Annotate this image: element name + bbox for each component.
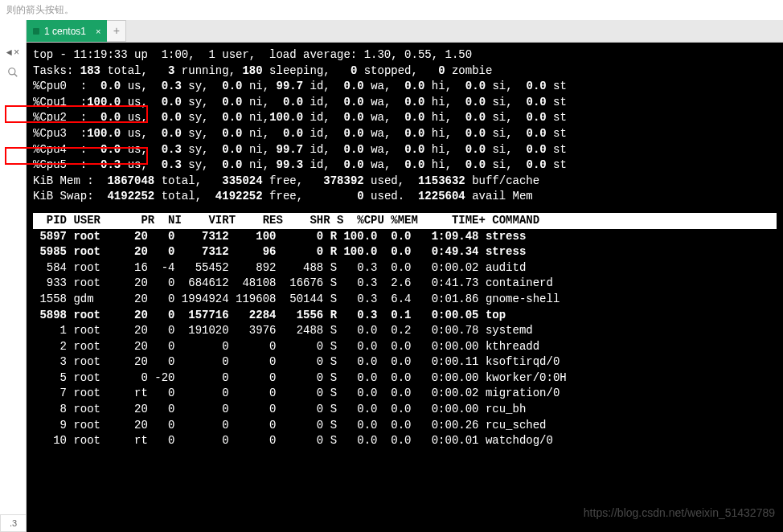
gutter-close-icon[interactable]: × (14, 47, 19, 59)
cpu-line-4: %Cpu4 : 0.0 us, 0.3 sy, 0.0 ni, 99.7 id,… (33, 142, 777, 158)
process-row: 1558 gdm 20 0 1994924 119608 50144 S 0.3… (33, 292, 777, 308)
process-row: 8 root 20 0 0 0 0 S 0.0 0.0 0:00.00 rcu_… (33, 402, 777, 418)
terminal[interactable]: top - 11:19:33 up 1:00, 1 user, load ave… (27, 43, 783, 532)
tab-status-icon (33, 28, 39, 35)
process-row: 5985 root 20 0 7312 96 0 R 100.0 0.0 0:4… (33, 244, 777, 260)
top-summary-line: top - 11:19:33 up 1:00, 1 user, load ave… (33, 47, 777, 63)
process-row: 1 root 20 0 191020 3976 2488 S 0.0 0.2 0… (33, 323, 777, 339)
tab-bar: 1 centos1 × + (27, 20, 783, 43)
svg-point-0 (9, 68, 15, 75)
hint-text: 则的箭头按钮。 (0, 0, 783, 20)
watermark: https://blog.csdn.net/weixin_51432789 (584, 505, 775, 522)
process-row: 5898 root 20 0 157716 2284 1556 R 0.3 0.… (33, 308, 777, 324)
gutter-left-icon[interactable]: ◄ (6, 47, 12, 59)
process-row: 933 root 20 0 684612 48108 16676 S 0.3 2… (33, 276, 777, 292)
tab-label: 1 centos1 (44, 26, 86, 37)
cpu-line-2: %Cpu2 : 0.0 us, 0.0 sy, 0.0 ni,100.0 id,… (33, 110, 777, 126)
tab-close-icon[interactable]: × (96, 27, 100, 36)
process-row: 10 root rt 0 0 0 0 S 0.0 0.0 0:00.01 wat… (33, 433, 777, 449)
process-row: 584 root 16 -4 55452 892 488 S 0.3 0.0 0… (33, 260, 777, 276)
process-row: 7 root rt 0 0 0 0 S 0.0 0.0 0:00.02 migr… (33, 386, 777, 402)
main-area: 1 centos1 × + top - 11:19:33 up 1:00, 1 … (27, 20, 783, 532)
cpu-line-1: %Cpu1 :100.0 us, 0.0 sy, 0.0 ni, 0.0 id,… (33, 95, 777, 111)
tasks-line: Tasks: 183 total, 3 running, 180 sleepin… (33, 63, 777, 80)
gutter-close-row: ◄ × (0, 44, 26, 62)
swap-line: KiB Swap: 4192252 total, 4192252 free, 0… (33, 189, 777, 205)
cpu-line-0: %Cpu0 : 0.0 us, 0.3 sy, 0.0 ni, 99.7 id,… (33, 79, 777, 95)
tab-centos1[interactable]: 1 centos1 × (27, 20, 107, 42)
process-row: 3 root 20 0 0 0 0 S 0.0 0.0 0:00.11 ksof… (33, 354, 777, 370)
svg-line-1 (14, 74, 18, 77)
app-frame: ◄ × 1 centos1 × + top - 11:19:33 up 1:00… (0, 20, 783, 532)
process-row: 5897 root 20 0 7312 100 0 R 100.0 0.0 1:… (33, 229, 777, 245)
process-row: 5 root 0 -20 0 0 0 S 0.0 0.0 0:00.00 kwo… (33, 370, 777, 387)
process-row: 2 root 20 0 0 0 0 S 0.0 0.0 0:00.00 kthr… (33, 339, 777, 355)
new-tab-button[interactable]: + (107, 20, 126, 42)
search-icon[interactable] (0, 62, 26, 83)
cpu-line-3: %Cpu3 :100.0 us, 0.0 sy, 0.0 ni, 0.0 id,… (33, 126, 777, 142)
process-row: 9 root 20 0 0 0 0 S 0.0 0.0 0:00.26 rcu_… (33, 418, 777, 434)
left-gutter: ◄ × (0, 20, 27, 532)
status-corner: .3 (0, 514, 27, 532)
cpu-line-5: %Cpu5 : 0.3 us, 0.3 sy, 0.0 ni, 99.3 id,… (33, 158, 777, 174)
mem-line: KiB Mem : 1867048 total, 335024 free, 37… (33, 174, 777, 190)
process-header: PID USER PR NI VIRT RES SHR S %CPU %MEM … (33, 213, 777, 229)
